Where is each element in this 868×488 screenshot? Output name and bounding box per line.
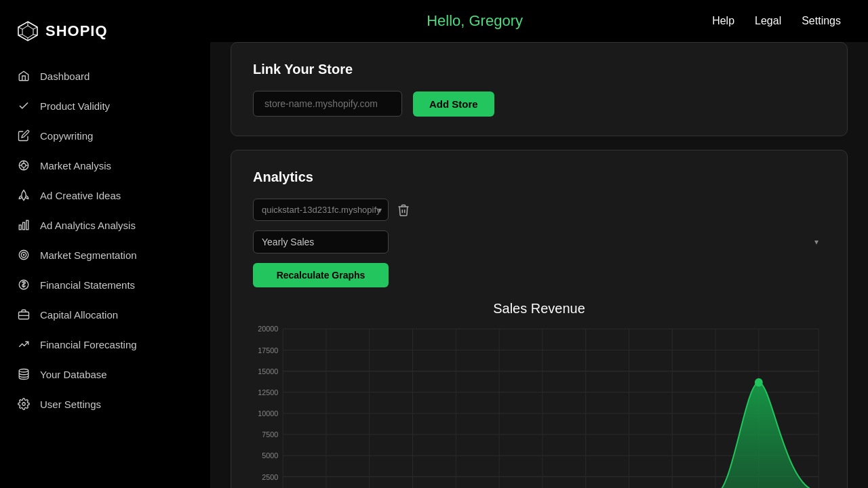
data-point-11 bbox=[755, 378, 763, 386]
sidebar-item-market-analysis[interactable]: Market Analysis bbox=[0, 152, 210, 179]
svg-rect-16 bbox=[26, 220, 28, 230]
target-icon bbox=[17, 248, 31, 262]
sidebar-label-product-validity: Product Validity bbox=[40, 100, 110, 112]
topbar: Hello, Gregory Help Legal Settings bbox=[210, 0, 868, 42]
svg-line-3 bbox=[33, 27, 37, 29]
recalculate-button[interactable]: Recalculate Graphs bbox=[253, 263, 389, 287]
store-url-input[interactable] bbox=[253, 91, 402, 117]
topbar-nav: Help Legal Settings bbox=[712, 15, 841, 27]
legal-link[interactable]: Legal bbox=[755, 15, 781, 27]
sidebar-label-user-settings: User Settings bbox=[40, 399, 101, 410]
logo-area: SHOPIQ bbox=[0, 14, 210, 62]
nav-list: Dashboard Product Validity Copywriting bbox=[0, 62, 210, 418]
check-icon bbox=[17, 99, 31, 113]
sidebar-label-your-database: Your Database bbox=[40, 369, 107, 380]
svg-text:20000: 20000 bbox=[258, 325, 278, 333]
period-select[interactable]: Yearly Sales Monthly Sales Weekly Sales bbox=[253, 230, 389, 253]
svg-text:7500: 7500 bbox=[262, 430, 278, 439]
house-icon bbox=[17, 69, 31, 83]
gear-icon bbox=[17, 397, 31, 411]
sidebar-item-ad-analytics-analysis[interactable]: Ad Analytics Analysis bbox=[0, 211, 210, 239]
sidebar-item-ad-creative-ideas[interactable]: Ad Creative Ideas bbox=[0, 182, 210, 209]
svg-text:5000: 5000 bbox=[262, 451, 278, 460]
store-select[interactable]: quickstart-13d231fc.myshopify... bbox=[253, 199, 389, 221]
analytics-controls: quickstart-13d231fc.myshopify... bbox=[253, 199, 825, 287]
sidebar-label-financial-forecasting: Financial Forecasting bbox=[40, 339, 137, 350]
svg-point-24 bbox=[22, 403, 26, 406]
svg-line-7 bbox=[18, 27, 22, 29]
svg-rect-14 bbox=[19, 225, 21, 230]
settings-link[interactable]: Settings bbox=[802, 15, 841, 27]
store-select-wrapper: quickstart-13d231fc.myshopify... bbox=[253, 199, 389, 221]
chart-title: Sales Revenue bbox=[253, 301, 825, 317]
circle-dots-icon bbox=[17, 159, 31, 172]
sales-chart: 20000 17500 15000 12500 10000 7500 5000 … bbox=[253, 323, 825, 488]
sidebar-item-product-validity[interactable]: Product Validity bbox=[0, 92, 210, 119]
chart-container: 20000 17500 15000 12500 10000 7500 5000 … bbox=[253, 323, 825, 488]
sidebar-label-dashboard: Dashboard bbox=[40, 70, 90, 82]
svg-point-19 bbox=[23, 254, 24, 256]
sidebar: SHOPIQ Dashboard Product Validity bbox=[0, 0, 210, 488]
svg-line-6 bbox=[18, 35, 22, 35]
svg-text:15000: 15000 bbox=[258, 367, 278, 375]
database-icon bbox=[17, 367, 31, 381]
period-select-wrapper: Yearly Sales Monthly Sales Weekly Sales bbox=[253, 230, 825, 253]
sidebar-label-ad-creative-ideas: Ad Creative Ideas bbox=[40, 190, 121, 201]
svg-point-23 bbox=[19, 369, 28, 373]
sidebar-label-copywriting: Copywriting bbox=[40, 130, 93, 142]
trend-icon bbox=[17, 338, 31, 351]
sidebar-item-dashboard[interactable]: Dashboard bbox=[0, 62, 210, 89]
pencil-icon bbox=[17, 129, 31, 142]
trash-icon bbox=[397, 203, 410, 217]
svg-text:2500: 2500 bbox=[262, 472, 278, 481]
dollar-icon bbox=[17, 278, 31, 291]
greeting: Hello, Gregory bbox=[427, 12, 523, 30]
sidebar-label-market-analysis: Market Analysis bbox=[40, 160, 111, 171]
sidebar-item-copywriting[interactable]: Copywriting bbox=[0, 122, 210, 149]
bar-chart-icon bbox=[17, 218, 31, 232]
svg-text:17500: 17500 bbox=[258, 346, 278, 354]
svg-text:10000: 10000 bbox=[258, 409, 278, 418]
store-select-row: quickstart-13d231fc.myshopify... bbox=[253, 199, 825, 221]
sidebar-item-market-segmentation[interactable]: Market Segmentation bbox=[0, 241, 210, 268]
main-content: Hello, Gregory Help Legal Settings Link … bbox=[210, 0, 868, 488]
svg-rect-15 bbox=[23, 222, 25, 230]
analytics-title: Analytics bbox=[253, 169, 825, 185]
sidebar-label-market-segmentation: Market Segmentation bbox=[40, 249, 137, 261]
logo-icon bbox=[17, 20, 39, 42]
sidebar-label-financial-statements: Financial Statements bbox=[40, 279, 135, 291]
add-store-button[interactable]: Add Store bbox=[413, 92, 494, 117]
rocket-icon bbox=[17, 188, 31, 202]
sidebar-label-ad-analytics-analysis: Ad Analytics Analysis bbox=[40, 220, 136, 231]
store-input-row: Add Store bbox=[253, 91, 825, 117]
svg-text:12500: 12500 bbox=[258, 388, 278, 396]
briefcase-icon bbox=[17, 308, 31, 321]
svg-line-4 bbox=[33, 35, 37, 35]
svg-marker-1 bbox=[22, 26, 33, 38]
sidebar-item-financial-forecasting[interactable]: Financial Forecasting bbox=[0, 331, 210, 358]
logo-text: SHOPIQ bbox=[45, 22, 108, 40]
link-store-card: Link Your Store Add Store bbox=[231, 42, 848, 136]
sidebar-item-your-database[interactable]: Your Database bbox=[0, 361, 210, 388]
delete-store-button[interactable] bbox=[397, 203, 410, 217]
help-link[interactable]: Help bbox=[712, 15, 734, 27]
chart-area bbox=[283, 382, 818, 488]
sidebar-label-capital-allocation: Capital Allocation bbox=[40, 309, 118, 321]
link-store-title: Link Your Store bbox=[253, 62, 825, 77]
sidebar-item-capital-allocation[interactable]: Capital Allocation bbox=[0, 301, 210, 328]
sidebar-item-financial-statements[interactable]: Financial Statements bbox=[0, 271, 210, 298]
analytics-card: Analytics quickstart-13d231fc.myshopify.… bbox=[231, 150, 848, 488]
svg-point-9 bbox=[22, 163, 26, 167]
sidebar-item-user-settings[interactable]: User Settings bbox=[0, 390, 210, 418]
content-area: Link Your Store Add Store Analytics quic… bbox=[210, 42, 868, 488]
